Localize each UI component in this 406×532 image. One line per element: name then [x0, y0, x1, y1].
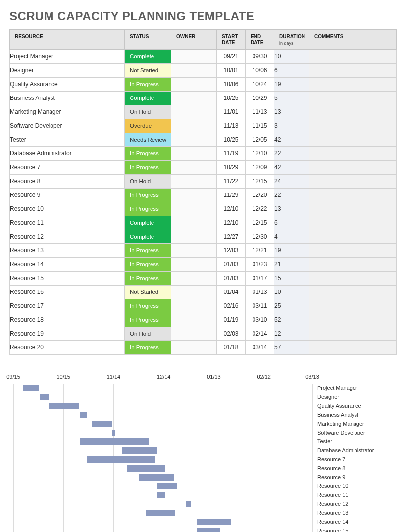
cell-comments[interactable]	[309, 77, 397, 91]
cell-resource[interactable]: Marketing Manager	[10, 105, 125, 119]
cell-status[interactable]: Complete	[125, 91, 171, 105]
cell-owner[interactable]	[171, 216, 217, 230]
cell-comments[interactable]	[309, 202, 397, 216]
cell-start-date[interactable]: 01/18	[217, 340, 246, 354]
cell-start-date[interactable]: 12/10	[217, 216, 246, 230]
cell-resource[interactable]: Resource 12	[10, 230, 125, 243]
cell-resource[interactable]: Tester	[10, 133, 125, 146]
cell-duration[interactable]: 3	[274, 119, 309, 133]
cell-start-date[interactable]: 11/19	[217, 146, 246, 160]
cell-duration[interactable]: 6	[274, 216, 309, 230]
cell-status[interactable]: In Progress	[125, 202, 171, 216]
cell-status[interactable]: In Progress	[125, 271, 171, 285]
cell-owner[interactable]	[171, 77, 217, 91]
cell-status[interactable]: Overdue	[125, 119, 171, 133]
cell-status[interactable]: In Progress	[125, 299, 171, 313]
cell-status[interactable]: In Progress	[125, 243, 171, 257]
cell-start-date[interactable]: 10/29	[217, 160, 246, 174]
cell-end-date[interactable]: 12/21	[246, 243, 274, 257]
cell-resource[interactable]: Resource 14	[10, 257, 125, 271]
cell-comments[interactable]	[309, 299, 397, 313]
cell-resource[interactable]: Resource 13	[10, 243, 125, 257]
cell-duration[interactable]: 21	[274, 257, 309, 271]
cell-comments[interactable]	[309, 285, 397, 299]
cell-owner[interactable]	[171, 133, 217, 146]
cell-status[interactable]: Complete	[125, 230, 171, 243]
cell-duration[interactable]: 10	[274, 49, 309, 63]
cell-duration[interactable]: 19	[274, 243, 309, 257]
cell-owner[interactable]	[171, 63, 217, 77]
cell-owner[interactable]	[171, 230, 217, 243]
cell-end-date[interactable]: 03/11	[246, 299, 274, 313]
cell-status[interactable]: Needs Review	[125, 133, 171, 146]
cell-start-date[interactable]: 11/13	[217, 119, 246, 133]
cell-duration[interactable]: 4	[274, 230, 309, 243]
cell-duration[interactable]: 15	[274, 271, 309, 285]
cell-comments[interactable]	[309, 91, 397, 105]
cell-duration[interactable]: 13	[274, 105, 309, 119]
cell-resource[interactable]: Database Administrator	[10, 146, 125, 160]
cell-end-date[interactable]: 12/22	[246, 202, 274, 216]
cell-start-date[interactable]: 10/01	[217, 63, 246, 77]
cell-status[interactable]: In Progress	[125, 257, 171, 271]
cell-owner[interactable]	[171, 285, 217, 299]
cell-duration[interactable]: 19	[274, 77, 309, 91]
cell-end-date[interactable]: 11/13	[246, 105, 274, 119]
cell-owner[interactable]	[171, 119, 217, 133]
cell-owner[interactable]	[171, 202, 217, 216]
cell-owner[interactable]	[171, 188, 217, 202]
cell-comments[interactable]	[309, 105, 397, 119]
cell-resource[interactable]: Resource 10	[10, 202, 125, 216]
cell-duration[interactable]: 25	[274, 299, 309, 313]
cell-start-date[interactable]: 10/25	[217, 133, 246, 146]
cell-duration[interactable]: 42	[274, 133, 309, 146]
cell-end-date[interactable]: 01/23	[246, 257, 274, 271]
cell-resource[interactable]: Project Manager	[10, 49, 125, 63]
cell-duration[interactable]: 10	[274, 285, 309, 299]
cell-resource[interactable]: Designer	[10, 63, 125, 77]
cell-end-date[interactable]: 03/10	[246, 313, 274, 327]
cell-duration[interactable]: 52	[274, 313, 309, 327]
cell-duration[interactable]: 6	[274, 63, 309, 77]
cell-end-date[interactable]: 01/13	[246, 285, 274, 299]
cell-comments[interactable]	[309, 327, 397, 340]
cell-comments[interactable]	[309, 257, 397, 271]
cell-resource[interactable]: Resource 9	[10, 188, 125, 202]
cell-status[interactable]: In Progress	[125, 77, 171, 91]
cell-resource[interactable]: Resource 18	[10, 313, 125, 327]
cell-end-date[interactable]: 09/30	[246, 49, 274, 63]
cell-end-date[interactable]: 12/10	[246, 146, 274, 160]
cell-comments[interactable]	[309, 160, 397, 174]
cell-status[interactable]: On Hold	[125, 174, 171, 188]
cell-owner[interactable]	[171, 340, 217, 354]
cell-comments[interactable]	[309, 313, 397, 327]
cell-comments[interactable]	[309, 133, 397, 146]
cell-end-date[interactable]: 02/14	[246, 327, 274, 340]
cell-end-date[interactable]: 12/09	[246, 160, 274, 174]
cell-status[interactable]: In Progress	[125, 340, 171, 354]
cell-resource[interactable]: Resource 17	[10, 299, 125, 313]
cell-comments[interactable]	[309, 188, 397, 202]
cell-status[interactable]: Not Started	[125, 285, 171, 299]
cell-owner[interactable]	[171, 243, 217, 257]
cell-end-date[interactable]: 11/15	[246, 119, 274, 133]
cell-status[interactable]: On Hold	[125, 327, 171, 340]
cell-resource[interactable]: Resource 8	[10, 174, 125, 188]
cell-duration[interactable]: 5	[274, 91, 309, 105]
cell-start-date[interactable]: 11/01	[217, 105, 246, 119]
cell-resource[interactable]: Resource 11	[10, 216, 125, 230]
cell-status[interactable]: In Progress	[125, 188, 171, 202]
cell-duration[interactable]: 22	[274, 146, 309, 160]
cell-start-date[interactable]: 12/10	[217, 202, 246, 216]
cell-duration[interactable]: 12	[274, 327, 309, 340]
cell-owner[interactable]	[171, 271, 217, 285]
cell-comments[interactable]	[309, 216, 397, 230]
cell-start-date[interactable]: 10/25	[217, 91, 246, 105]
cell-start-date[interactable]: 02/16	[217, 299, 246, 313]
cell-start-date[interactable]: 01/04	[217, 285, 246, 299]
cell-start-date[interactable]: 10/06	[217, 77, 246, 91]
cell-status[interactable]: On Hold	[125, 105, 171, 119]
cell-status[interactable]: In Progress	[125, 146, 171, 160]
cell-comments[interactable]	[309, 63, 397, 77]
cell-comments[interactable]	[309, 271, 397, 285]
